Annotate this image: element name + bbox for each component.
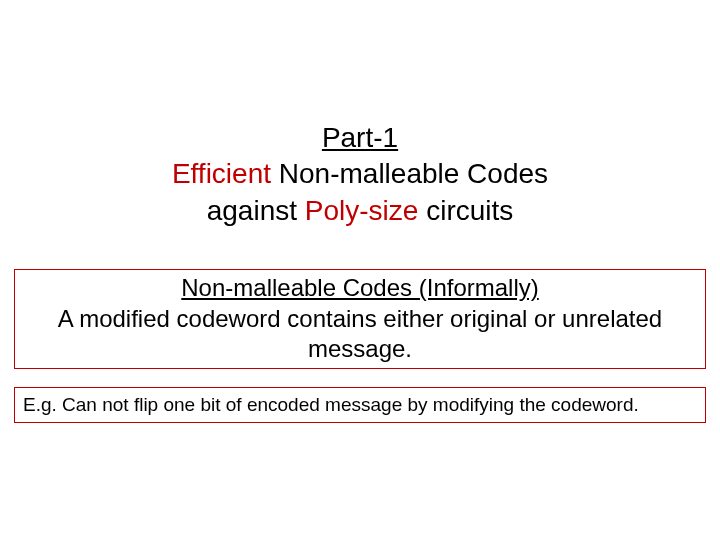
title-line-3: against Poly-size circuits [10, 193, 710, 229]
title-line3-suffix: circuits [418, 195, 513, 226]
definition-body: A modified codeword contains either orig… [23, 304, 697, 364]
title-line-1: Part-1 [10, 120, 710, 156]
title-line2-rest: Non-malleable Codes [271, 158, 548, 189]
example-box: E.g. Can not flip one bit of encoded mes… [14, 387, 706, 423]
slide-title: Part-1 Efficient Non-malleable Codes aga… [10, 120, 710, 229]
title-line3-prefix: against [207, 195, 305, 226]
example-body: E.g. Can not flip one bit of encoded mes… [23, 394, 697, 416]
definition-heading: Non-malleable Codes (Informally) [23, 274, 697, 302]
title-part-label: Part-1 [322, 122, 398, 153]
definition-box: Non-malleable Codes (Informally) A modif… [14, 269, 706, 369]
title-efficient: Efficient [172, 158, 271, 189]
title-line-2: Efficient Non-malleable Codes [10, 156, 710, 192]
title-polysize: Poly-size [305, 195, 419, 226]
